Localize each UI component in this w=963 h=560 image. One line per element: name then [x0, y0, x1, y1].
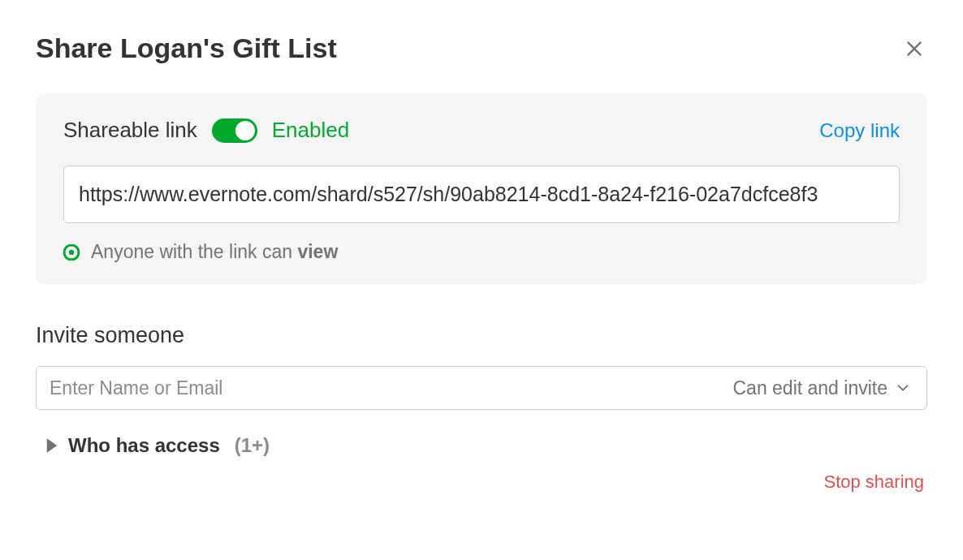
link-permission-text: Anyone with the link can view [91, 241, 338, 263]
triangle-right-icon [45, 437, 58, 454]
share-url-input[interactable] [63, 166, 900, 223]
invite-permission-label: Can edit and invite [732, 377, 887, 399]
share-label-group: Shareable link Enabled [63, 118, 349, 143]
dialog-title: Share Logan's Gift List [36, 32, 337, 64]
close-icon [904, 38, 925, 59]
link-permission-level: view [297, 241, 338, 262]
link-permission-prefix: Anyone with the link can [91, 241, 297, 262]
invite-section-label: Invite someone [36, 323, 927, 348]
invite-permission-select[interactable]: Can edit and invite [732, 377, 910, 399]
toggle-status-text: Enabled [272, 118, 349, 143]
link-permission-row: Anyone with the link can view [63, 241, 900, 263]
stop-sharing-button[interactable]: Stop sharing [36, 472, 927, 493]
close-button[interactable] [901, 36, 927, 62]
invite-input-row: Can edit and invite [36, 366, 927, 410]
dialog-header: Share Logan's Gift List [36, 32, 927, 64]
invite-input[interactable] [37, 367, 732, 409]
shareable-link-label: Shareable link [63, 118, 197, 143]
copy-link-button[interactable]: Copy link [819, 119, 900, 142]
who-has-access-count: (1+) [235, 434, 270, 457]
svg-marker-4 [47, 438, 58, 453]
visibility-icon [63, 244, 80, 261]
svg-point-3 [69, 249, 74, 254]
shareable-link-toggle[interactable] [212, 118, 257, 143]
who-has-access-label: Who has access [68, 434, 220, 457]
who-has-access-toggle[interactable]: Who has access (1+) [36, 434, 927, 457]
share-top-row: Shareable link Enabled Copy link [63, 118, 900, 143]
chevron-down-icon [896, 381, 910, 395]
shareable-link-section: Shareable link Enabled Copy link Anyone … [36, 93, 927, 284]
